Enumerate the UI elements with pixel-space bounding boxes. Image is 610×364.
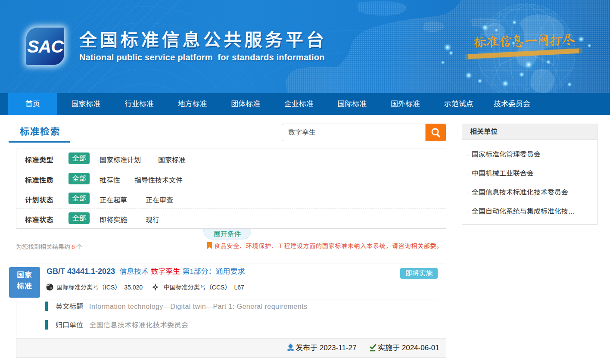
svg-text:SAC: SAC bbox=[27, 37, 64, 56]
